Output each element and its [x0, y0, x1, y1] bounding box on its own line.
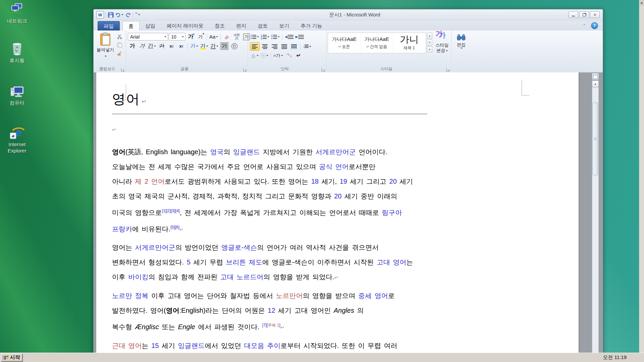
font-size-combo[interactable]: 10 — [169, 33, 185, 41]
wiki-link[interactable]: 대모음 추이 — [244, 342, 281, 349]
paragraph[interactable]: 노르만 정복 이후 고대 영어는 단어와 철자법 등에서 노르만어의 영향을 받… — [112, 288, 427, 335]
start-button[interactable]: 시작 — [1, 354, 23, 362]
borders-button[interactable] — [260, 52, 269, 59]
tab-검토[interactable]: 검토 — [252, 21, 273, 31]
desktop-icon-computer[interactable]: 컴퓨터 — [3, 84, 32, 106]
document-heading[interactable]: 영어↵ — [112, 90, 427, 114]
character-shading-button[interactable]: 가 — [220, 42, 229, 50]
style-chip-제목 1[interactable]: 가니제목 1 — [393, 33, 426, 53]
style-chip-표준[interactable]: 가나다AaE↵표준 — [328, 33, 361, 53]
ruler-toggle-button[interactable] — [592, 73, 599, 80]
wiki-link[interactable]: 서게르만어군 — [316, 148, 356, 156]
wiki-link[interactable]: 영국 — [210, 148, 223, 156]
justify-button[interactable] — [280, 43, 289, 50]
document-body[interactable]: 영어↵ ↵ 영어(英語, English language)는 영국의 잉글랜드… — [112, 72, 427, 353]
wiki-link[interactable]: 19 — [340, 178, 347, 185]
wiki-link[interactable]: 공식 언어 — [319, 163, 349, 170]
wiki-link[interactable]: 잉글랜드 — [178, 342, 205, 349]
increase-indent-button[interactable]: ▶ — [295, 33, 305, 41]
line-spacing-button[interactable]: ↕ — [302, 43, 312, 50]
highlight-color-button[interactable]: 가 — [200, 42, 209, 50]
align-left-button[interactable] — [250, 42, 260, 51]
wiki-link[interactable]: 브리튼 제도 — [226, 258, 262, 266]
align-right-button[interactable] — [270, 43, 279, 50]
shading-button[interactable] — [250, 52, 259, 59]
wiki-link[interactable]: 프랑카 — [112, 225, 132, 232]
show-marks-button[interactable]: ↵ — [294, 52, 303, 59]
style-chip-간격 없음[interactable]: 가나다AaE↵간격 없음 — [361, 33, 393, 53]
tab-참조[interactable]: 참조 — [209, 21, 230, 31]
wiki-link[interactable]: 고대 노르드어 — [220, 273, 264, 281]
citation-ref[interactable]: 주해 1 — [268, 323, 279, 327]
wiki-link[interactable]: 12 — [268, 307, 275, 314]
styles-dialog-launcher[interactable] — [446, 68, 450, 71]
wiki-link[interactable]: 5 — [187, 258, 191, 266]
tab-추가 기능[interactable]: 추가 기능 — [295, 21, 328, 31]
wiki-link[interactable]: 잉글랜드 — [233, 148, 260, 156]
bullets-button[interactable] — [250, 33, 260, 41]
italic-button[interactable]: 가 — [137, 42, 147, 50]
wiki-link[interactable]: 15 — [151, 342, 159, 349]
format-painter-button[interactable] — [116, 50, 123, 57]
tab-홈[interactable]: 홈 — [122, 21, 140, 31]
shrink-font-button[interactable]: 가▼ — [196, 33, 205, 41]
paragraph-dialog-launcher[interactable] — [322, 68, 325, 71]
superscript-button[interactable]: x2 — [177, 42, 186, 50]
close-button[interactable]: × — [590, 11, 600, 18]
scroll-up-button[interactable]: ▲ — [592, 80, 599, 87]
clear-formatting-button[interactable] — [222, 33, 231, 41]
underline-button[interactable]: 간 — [147, 42, 157, 50]
citation-ref[interactable]: [7][ — [262, 323, 268, 327]
desktop-icon-ie[interactable]: eInternet Explorer — [3, 125, 32, 154]
align-center-button[interactable] — [260, 43, 269, 50]
wiki-link[interactable]: 서게르만어군 — [135, 244, 175, 251]
decrease-indent-button[interactable]: ◀ — [284, 33, 294, 41]
minimize-button[interactable] — [569, 11, 578, 18]
styles-scroll-down[interactable]: ▼ — [427, 39, 432, 46]
tab-보기[interactable]: 보기 — [273, 21, 295, 31]
document-scrollbar[interactable]: ▲ — [592, 73, 598, 353]
enclose-characters-button[interactable]: 인 — [230, 42, 239, 50]
grow-font-button[interactable]: 가▲ — [186, 33, 195, 41]
clipboard-dialog-launcher[interactable] — [121, 68, 124, 71]
wiki-link[interactable]: 노르만 정복 — [112, 292, 149, 299]
paragraph[interactable]: 영어는 서게르만어군의 방언이었던 앵글로-색슨의 언어가 여러 역사적 사건을… — [112, 240, 427, 285]
help-button[interactable]: ? — [591, 22, 598, 29]
multilevel-list-button[interactable] — [271, 33, 280, 41]
asian-layout-button[interactable]: ⇄가 — [273, 52, 284, 59]
redo-button[interactable] — [125, 11, 131, 18]
wiki-link[interactable]: 중세 영어 — [358, 292, 388, 299]
citation-ref[interactable]: [1][2][3][4] — [162, 208, 180, 213]
minimize-ribbon-icon[interactable]: ⌃ — [582, 23, 587, 28]
bold-button[interactable]: 가 — [128, 42, 137, 50]
desktop-icon-network[interactable]: 네트워크 — [3, 2, 32, 24]
editing-button[interactable]: 편집 — [452, 33, 470, 62]
tab-페이지 레이아웃[interactable]: 페이지 레이아웃 — [161, 21, 209, 31]
wiki-redlink[interactable]: 제 2 언어 — [135, 178, 165, 185]
distribute-button[interactable] — [289, 43, 299, 50]
screen-scrollbar[interactable] — [639, 0, 644, 353]
phonetic-guide-button[interactable]: 내천川 — [232, 33, 241, 41]
font-color-button[interactable]: 가 — [210, 42, 219, 50]
subscript-button[interactable]: x2 — [167, 42, 176, 50]
wiki-link[interactable]: 고대 영어 — [377, 258, 407, 266]
wiki-redlink[interactable]: 노르만어 — [276, 292, 303, 299]
copy-button[interactable] — [116, 41, 123, 49]
undo-button[interactable] — [115, 11, 123, 18]
wiki-link[interactable]: 18 — [311, 178, 319, 185]
styles-scroll-up[interactable]: ▲ — [427, 33, 432, 39]
save-button[interactable] — [108, 11, 114, 18]
change-styles-button[interactable]: 가 스타일 변경 — [434, 33, 450, 62]
cut-button[interactable] — [116, 33, 123, 40]
restore-button[interactable] — [579, 11, 589, 18]
sort-button[interactable]: ᄀ↓ — [284, 52, 293, 59]
wiki-link[interactable]: 링구아 — [382, 209, 402, 216]
change-case-button[interactable]: Aa — [209, 33, 219, 41]
paragraph[interactable]: 영어(英語, English language)는 영국의 잉글랜드 지방에서 … — [112, 144, 427, 237]
scrollbar-thumb[interactable] — [593, 103, 598, 175]
tab-삽입[interactable]: 삽입 — [140, 21, 161, 31]
text-effects-button[interactable]: 가 — [190, 42, 199, 50]
paragraph[interactable]: 근대 영어는 15 세기 잉글랜드에서 있었던 대모음 추이로부터 시작되었다.… — [112, 338, 427, 353]
paste-button[interactable]: 붙여넣기 — [96, 33, 115, 64]
wiki-link[interactable]: 바이킹 — [128, 273, 149, 281]
